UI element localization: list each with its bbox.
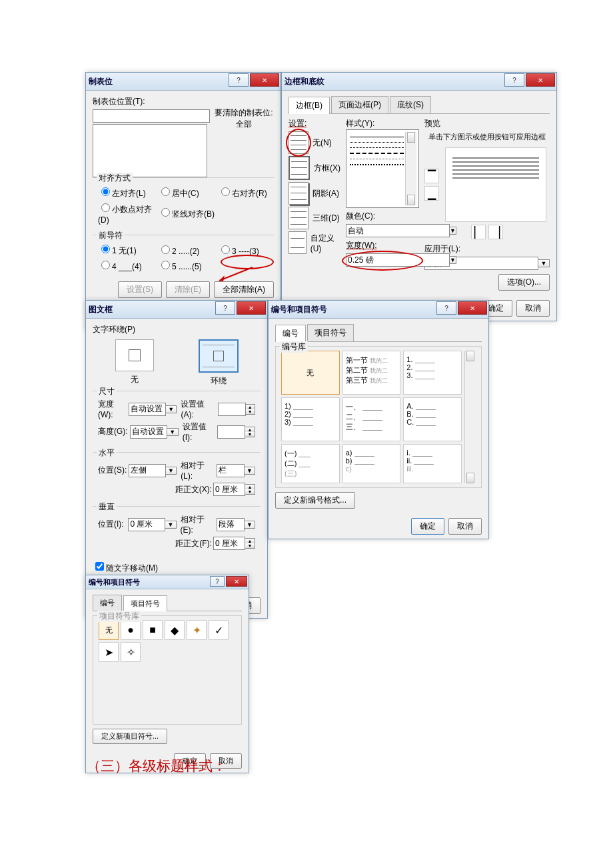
close-button[interactable]: ✕ [237,301,266,315]
help-button[interactable]: ? [504,73,524,87]
tab-bullets[interactable]: 项目符号 [123,595,167,611]
num-cell[interactable]: A. B. C. [403,397,462,441]
clear-all-button[interactable]: 全部清除(A) [214,281,274,298]
define-button[interactable]: 定义新编号格式... [275,492,355,509]
set-custom-icon[interactable] [289,231,306,254]
num-cell[interactable]: 第一节 我的二第二节 我的二第三节 我的二 [342,351,401,395]
help-button[interactable]: ? [210,576,225,587]
align-center[interactable] [161,187,170,196]
dropdown-icon[interactable]: ▼ [245,467,255,475]
setval-input[interactable] [218,403,246,416]
bullet-disc-icon[interactable]: ● [121,620,141,640]
wrap-around-icon[interactable] [199,339,239,373]
pos-list[interactable] [93,124,207,177]
clear-button[interactable]: 清除(E) [166,281,210,298]
set-none-icon[interactable] [289,131,308,154]
close-button[interactable]: ✕ [250,73,279,87]
titlebar[interactable]: 编号和项目符号 ? ✕ [269,301,488,319]
dropdown-icon[interactable]: ▼ [166,405,177,413]
dropdown-icon[interactable]: ▼ [245,521,255,529]
top-border-btn[interactable]: ▔ [424,169,439,183]
cancel-button[interactable]: 取消 [516,300,550,317]
close-button[interactable]: ✕ [226,576,247,587]
vdist-input[interactable] [213,537,245,550]
width-select[interactable] [346,253,450,267]
hdist-input[interactable] [213,483,245,496]
vrel-select[interactable] [217,518,245,531]
set-box-icon[interactable] [289,156,310,180]
set-shadow-icon[interactable] [289,182,308,205]
titlebar[interactable]: 图文框 ? ✕ [86,301,267,319]
vpos-select[interactable] [128,518,165,531]
scrollbar[interactable] [464,351,476,483]
tab-shading[interactable]: 底纹(S) [390,96,431,113]
hrel-select[interactable] [217,464,245,477]
bullet-check-icon[interactable]: ✓ [209,620,229,640]
width-select[interactable] [129,403,166,416]
num-cell[interactable]: i. ii. iii. [403,444,462,483]
right-border-btn[interactable]: ▕ [488,225,503,239]
titlebar[interactable]: 边框和底纹 ? ✕ [282,73,556,91]
set-button[interactable]: 设置(S) [118,281,162,298]
titlebar[interactable]: 编号和项目符号 ? ✕ [86,575,249,589]
close-button[interactable]: ✕ [526,73,555,87]
leader-3[interactable] [221,245,230,254]
help-button[interactable]: ? [436,301,456,315]
scrollbar[interactable] [405,132,416,205]
bullet-square-icon[interactable]: ■ [143,620,163,640]
help-button[interactable]: ? [229,73,249,87]
num-cell[interactable]: (一) (二) (三) [281,444,340,483]
tab-numbering[interactable]: 编号 [93,595,122,611]
tab-border[interactable]: 边框(B) [289,97,330,114]
dropdown-icon[interactable]: ▼ [167,428,179,436]
num-cell[interactable]: 1) 2) 3) [281,397,340,441]
setting-label: 设置: [289,118,340,129]
leader-5[interactable] [161,261,170,269]
bullet-plus-icon[interactable]: ✦ [187,620,207,640]
dropdown-icon[interactable]: ▼ [166,467,177,475]
left-border-btn[interactable]: ▏ [471,225,486,239]
leader-group: 前导符 [97,230,125,241]
leader-1[interactable] [101,245,110,253]
dropdown-icon[interactable]: ▼ [165,521,176,529]
num-cell[interactable]: 一、 二、 三、 [342,397,401,441]
ok-button[interactable]: 确定 [411,518,444,535]
setval2-input[interactable] [217,425,245,439]
num-cell[interactable]: a) b) c) [342,444,401,483]
tab-bullets[interactable]: 项目符号 [307,324,354,341]
bullet-none[interactable]: 无 [99,620,119,640]
bullet-diamond-icon[interactable]: ◆ [165,620,185,640]
pos-input[interactable] [93,109,210,123]
leader-2[interactable] [161,245,170,254]
spinner[interactable]: ▲▼ [245,427,255,437]
leader-4[interactable] [101,261,110,269]
num-cell[interactable]: 1. 2. 3. [403,351,462,395]
tab-page[interactable]: 页面边框(P) [331,96,388,113]
align-decimal[interactable] [101,203,110,212]
spinner[interactable]: ▲▼ [245,484,255,495]
define-button[interactable]: 定义新项目符号... [93,729,167,744]
help-button[interactable]: ? [215,301,235,315]
cancel-button[interactable]: 取消 [448,518,482,535]
num-none[interactable]: 无 [281,351,340,395]
bottom-border-btn[interactable]: ▁ [424,186,439,201]
style-list[interactable] [346,129,419,208]
move-text-check[interactable] [95,562,104,571]
align-right[interactable] [221,187,230,196]
bullet-arrow-icon[interactable]: ➤ [99,642,119,662]
dropdown-icon[interactable]: ▼ [538,259,550,267]
height-select[interactable] [130,425,167,439]
close-button[interactable]: ✕ [458,301,487,315]
align-left[interactable] [101,187,110,196]
tab-numbering[interactable]: 编号 [275,325,306,342]
hpos-select[interactable] [129,464,166,477]
bullet-star-icon[interactable]: ✧ [121,642,141,662]
options-button[interactable]: 选项(O)... [498,274,550,291]
align-bar[interactable] [161,208,170,217]
titlebar[interactable]: 制表位 ? ✕ [86,73,281,91]
wrap-none-icon[interactable] [115,339,154,371]
set-3d-icon[interactable] [289,207,308,229]
dropdown-icon[interactable]: ▼ [450,256,456,264]
spinner[interactable]: ▲▼ [245,538,255,549]
spinner[interactable]: ▲▼ [246,404,255,415]
